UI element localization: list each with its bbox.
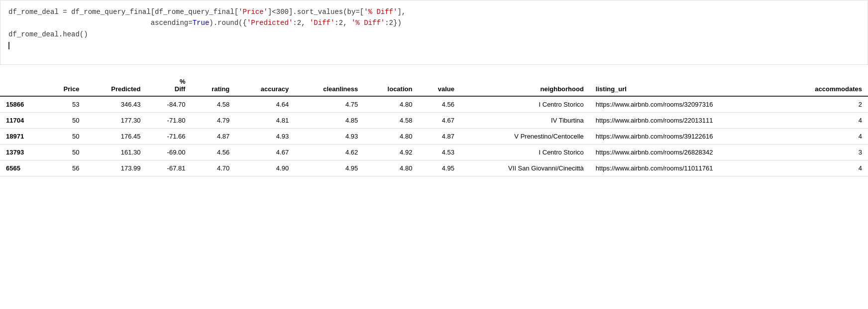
th-accommodates: accommodates (781, 75, 868, 96)
cell-cleanliness: 4.75 (295, 96, 364, 113)
code-cursor-line (8, 40, 860, 51)
cell-predicted: 177.30 (85, 113, 146, 129)
cell-price: 56 (44, 160, 86, 176)
cell-accommodates: 3 (781, 145, 868, 160)
cell-accuracy: 4.90 (235, 160, 295, 176)
cell-listing-url: https://www.airbnb.com/rooms/26828342 (590, 145, 781, 160)
cell-rating: 4.70 (191, 160, 235, 176)
table-row: 1379350161.30-69.004.564.674.624.924.53I… (0, 145, 868, 160)
cell-accommodates: 4 (781, 160, 868, 176)
cell-predicted: 176.45 (85, 129, 146, 145)
cell-neighborhood: I Centro Storico (460, 96, 590, 113)
th-predicted: Predicted (85, 75, 146, 96)
cell-location: 4.92 (364, 145, 418, 160)
cell-value: 4.56 (418, 96, 460, 113)
cell-value: 4.87 (418, 129, 460, 145)
th-rating: rating (191, 75, 235, 96)
code-cell: df_rome_deal = df_rome_query_final[df_ro… (0, 0, 868, 65)
cell-pct-diff: -69.00 (146, 145, 191, 160)
cell-accuracy: 4.93 (235, 129, 295, 145)
cell-value: 4.53 (418, 145, 460, 160)
cell-rating: 4.56 (191, 145, 235, 160)
cell-price: 50 (44, 129, 86, 145)
cell-price: 50 (44, 113, 86, 129)
cell-listing-url: https://www.airbnb.com/rooms/11011761 (590, 160, 781, 176)
cell-index: 6565 (0, 160, 44, 176)
cursor-icon (8, 42, 9, 49)
code-line-2: ascending=True).round({'Predicted':2, 'D… (8, 17, 860, 28)
table-row: 1897150176.45-71.664.874.934.934.804.87V… (0, 129, 868, 145)
cell-neighborhood: VII San Giovanni/Cinecittà (460, 160, 590, 176)
table-row: 1586653346.43-84.704.584.644.754.804.56I… (0, 96, 868, 113)
cell-accuracy: 4.67 (235, 145, 295, 160)
table-section: Price Predicted %Diff rating accuracy cl… (0, 65, 868, 176)
cell-location: 4.80 (364, 96, 418, 113)
code-var: df_rome_deal (8, 8, 59, 16)
cell-accuracy: 4.64 (235, 96, 295, 113)
cell-listing-url: https://www.airbnb.com/rooms/39122616 (590, 129, 781, 145)
cell-index: 13793 (0, 145, 44, 160)
cell-pct-diff: -71.80 (146, 113, 191, 129)
cell-cleanliness: 4.95 (295, 160, 364, 176)
table-row: 1170450177.30-71.804.794.814.854.584.67I… (0, 113, 868, 129)
cell-listing-url: https://www.airbnb.com/rooms/32097316 (590, 96, 781, 113)
cell-predicted: 346.43 (85, 96, 146, 113)
results-table: Price Predicted %Diff rating accuracy cl… (0, 75, 868, 176)
cell-rating: 4.58 (191, 96, 235, 113)
cell-neighborhood: IV Tiburtina (460, 113, 590, 129)
cell-accommodates: 2 (781, 96, 868, 113)
table-header-row: Price Predicted %Diff rating accuracy cl… (0, 75, 868, 96)
cell-predicted: 161.30 (85, 145, 146, 160)
th-location: location (364, 75, 418, 96)
cell-value: 4.95 (418, 160, 460, 176)
th-neighborhood: neighborhood (460, 75, 590, 96)
cell-index: 11704 (0, 113, 44, 129)
code-line-3: df_rome_deal.head() (8, 29, 860, 40)
th-cleanliness: cleanliness (295, 75, 364, 96)
th-accuracy: accuracy (235, 75, 295, 96)
th-listing-url: listing_url (590, 75, 781, 96)
th-index (0, 75, 44, 96)
cell-accommodates: 4 (781, 113, 868, 129)
cell-rating: 4.87 (191, 129, 235, 145)
cell-pct-diff: -84.70 (146, 96, 191, 113)
cell-predicted: 173.99 (85, 160, 146, 176)
cell-neighborhood: V Prenestino/Centocelle (460, 129, 590, 145)
th-price: Price (44, 75, 86, 96)
table-row: 656556173.99-67.814.704.904.954.804.95VI… (0, 160, 868, 176)
cell-price: 50 (44, 145, 86, 160)
code-line-1: df_rome_deal = df_rome_query_final[df_ro… (8, 6, 860, 17)
cell-accuracy: 4.81 (235, 113, 295, 129)
cell-neighborhood: I Centro Storico (460, 145, 590, 160)
cell-cleanliness: 4.85 (295, 113, 364, 129)
th-value: value (418, 75, 460, 96)
cell-price: 53 (44, 96, 86, 113)
cell-accommodates: 4 (781, 129, 868, 145)
cell-cleanliness: 4.62 (295, 145, 364, 160)
cell-location: 4.80 (364, 160, 418, 176)
th-pct-diff: %Diff (146, 75, 191, 96)
cell-value: 4.67 (418, 113, 460, 129)
cell-cleanliness: 4.93 (295, 129, 364, 145)
cell-location: 4.58 (364, 113, 418, 129)
cell-listing-url: https://www.airbnb.com/rooms/22013111 (590, 113, 781, 129)
table-body: 1586653346.43-84.704.584.644.754.804.56I… (0, 96, 868, 176)
cell-pct-diff: -71.66 (146, 129, 191, 145)
cell-pct-diff: -67.81 (146, 160, 191, 176)
cell-index: 18971 (0, 129, 44, 145)
cell-location: 4.80 (364, 129, 418, 145)
cell-index: 15866 (0, 96, 44, 113)
cell-rating: 4.79 (191, 113, 235, 129)
